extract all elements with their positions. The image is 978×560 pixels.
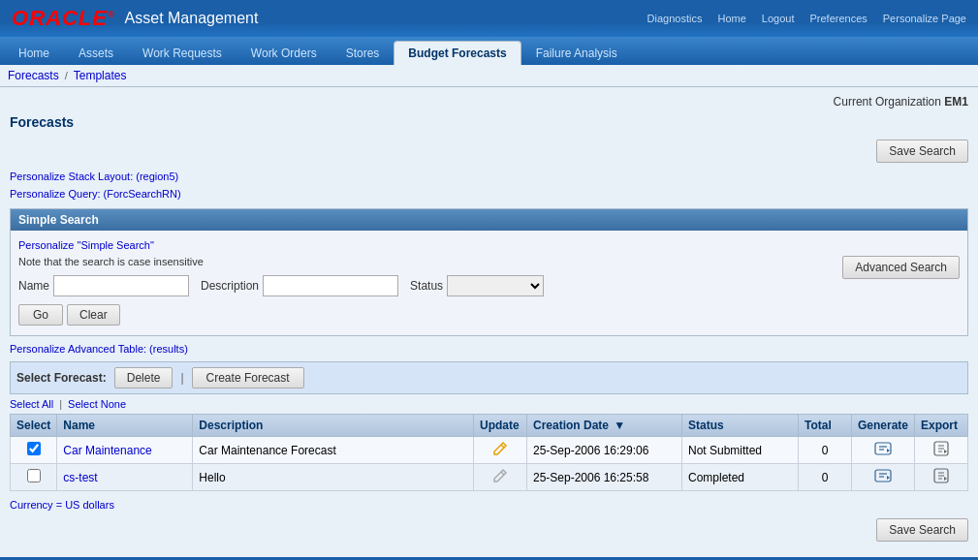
breadcrumb-forecasts[interactable]: Forecasts	[8, 69, 59, 82]
row1-select-cell	[11, 437, 57, 464]
simple-search-header: Simple Search	[11, 209, 967, 231]
row1-status-cell: Not Submitted	[681, 437, 798, 464]
svg-line-10	[501, 472, 504, 475]
org-value: EM1	[944, 95, 968, 109]
name-field-group: Name	[18, 275, 189, 296]
org-bar: Current Organization EM1	[10, 95, 968, 109]
row1-name-link[interactable]: Car Maintenance	[63, 444, 151, 457]
header-logo: ORACLE® Asset Management	[12, 6, 258, 31]
nav-diagnostics[interactable]: Diagnostics	[647, 13, 703, 24]
table-row: Car Maintenance Car Maintenance Forecast…	[11, 437, 968, 464]
nav-home[interactable]: Home	[717, 13, 745, 24]
row1-total-cell: 0	[798, 437, 851, 464]
row2-status-cell: Completed	[681, 464, 798, 491]
row2-export-icon[interactable]	[933, 468, 949, 483]
select-forecast-label: Select Forecast:	[16, 371, 107, 385]
tab-budget-forecasts[interactable]: Budget Forecasts	[394, 41, 521, 65]
create-forecast-button[interactable]: Create Forecast	[192, 367, 304, 389]
col-header-status: Status	[681, 415, 798, 437]
select-all-separator: |	[59, 398, 62, 410]
select-none-link[interactable]: Select None	[68, 398, 126, 410]
row2-checkbox[interactable]	[27, 469, 41, 482]
currency-note: Currency = US dollars	[10, 499, 968, 511]
svg-rect-11	[875, 470, 891, 482]
go-button[interactable]: Go	[18, 304, 63, 326]
col-header-generate: Generate	[851, 415, 914, 437]
search-fields-left: Note that the search is case insensitive…	[18, 256, 842, 327]
row1-export-icon[interactable]	[933, 441, 949, 456]
row2-date-cell: 25-Sep-2006 16:25:58	[526, 464, 681, 491]
row2-name-link[interactable]: cs-test	[63, 471, 97, 484]
page-title: Forecasts	[10, 112, 968, 132]
nav-logout[interactable]: Logout	[762, 13, 795, 24]
col-header-export: Export	[915, 415, 968, 437]
col-header-update: Update	[473, 415, 526, 437]
personalize-query-link[interactable]: Personalize Query: (ForcSearchRN)	[10, 186, 968, 203]
row2-update-cell	[473, 464, 526, 491]
tab-assets[interactable]: Assets	[64, 41, 128, 65]
row1-update-cell	[473, 437, 526, 464]
col-header-creation-date[interactable]: Creation Date ▼	[526, 415, 681, 437]
tab-stores[interactable]: Stores	[331, 41, 394, 65]
save-search-bottom-button[interactable]: Save Search	[876, 518, 968, 542]
description-label: Description	[201, 279, 259, 293]
row2-edit-icon[interactable]	[492, 468, 508, 483]
personalize-stack-link[interactable]: Personalize Stack Layout: (region5)	[10, 169, 968, 186]
nav-preferences[interactable]: Preferences	[809, 13, 867, 24]
tab-home[interactable]: Home	[4, 41, 64, 65]
tab-failure-analysis[interactable]: Failure Analysis	[521, 41, 632, 65]
col-header-name: Name	[57, 415, 193, 437]
org-label: Current Organization	[834, 95, 941, 109]
col-header-total: Total	[798, 415, 851, 437]
table-row: cs-test Hello 25-Sep-2006 16:25:58 Compl…	[11, 464, 968, 491]
personalize-results-link[interactable]: Personalize Advanced Table: (results)	[10, 343, 188, 355]
svg-rect-1	[875, 443, 891, 454]
description-input[interactable]	[263, 275, 398, 296]
header: ORACLE® Asset Management Diagnostics Hom…	[0, 0, 978, 37]
select-all-bar: Select All | Select None	[10, 398, 968, 410]
personalize-simple-link-container: Personalize "Simple Search"	[18, 238, 960, 252]
sort-icon: ▼	[614, 419, 625, 432]
svg-marker-4	[887, 449, 890, 452]
personalize-links: Personalize Stack Layout: (region5) Pers…	[10, 169, 968, 202]
row2-total-cell: 0	[798, 464, 851, 491]
status-label: Status	[410, 279, 443, 293]
svg-line-0	[501, 445, 504, 448]
table-header-row: Select Name Description Update Creation …	[11, 415, 968, 437]
tab-work-orders[interactable]: Work Orders	[237, 41, 331, 65]
row2-export-cell	[915, 464, 968, 491]
name-input[interactable]	[53, 275, 189, 296]
row1-checkbox[interactable]	[27, 442, 41, 455]
breadcrumb-templates[interactable]: Templates	[74, 69, 127, 82]
oracle-logo: ORACLE®	[12, 6, 115, 31]
row2-select-cell	[11, 464, 57, 491]
breadcrumb-separator: /	[65, 70, 68, 81]
svg-marker-19	[944, 477, 947, 481]
row1-edit-icon[interactable]	[492, 441, 508, 456]
clear-button[interactable]: Clear	[67, 304, 120, 326]
advanced-search-button[interactable]: Advanced Search	[842, 256, 960, 279]
row2-name-cell: cs-test	[57, 464, 193, 491]
case-note: Note that the search is case insensitive	[18, 256, 842, 267]
personalize-simple-search-link[interactable]: Personalize "Simple Search"	[18, 239, 154, 251]
delete-button[interactable]: Delete	[114, 367, 174, 389]
personalize-results: Personalize Advanced Table: (results)	[10, 342, 968, 356]
save-search-top-button[interactable]: Save Search	[876, 140, 968, 163]
search-fields: Name Description Status Not Submitted	[18, 275, 842, 296]
row1-generate-cell	[851, 437, 914, 464]
row1-generate-icon[interactable]	[874, 441, 892, 456]
content: Current Organization EM1 Forecasts Save …	[0, 87, 978, 557]
row2-generate-icon[interactable]	[874, 468, 892, 483]
tab-work-requests[interactable]: Work Requests	[128, 41, 237, 65]
status-select[interactable]: Not Submitted Completed	[447, 275, 544, 296]
results-table: Select Name Description Update Creation …	[10, 414, 968, 491]
select-separator: |	[180, 371, 183, 385]
save-search-bottom-container: Save Search	[10, 518, 968, 542]
col-header-select: Select	[11, 415, 57, 437]
app-title: Asset Management	[125, 10, 259, 27]
select-all-link[interactable]: Select All	[10, 398, 53, 410]
search-buttons: Go Clear	[18, 304, 842, 326]
breadcrumb: Forecasts / Templates	[0, 65, 978, 87]
nav-personalize-page[interactable]: Personalize Page	[883, 13, 966, 24]
save-search-top-container: Save Search	[10, 140, 968, 163]
